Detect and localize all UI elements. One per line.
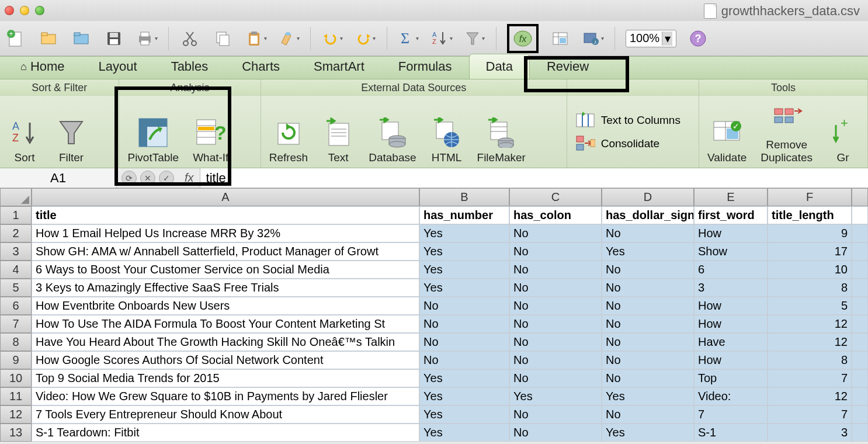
cell[interactable]: has_colon [509,206,602,224]
cell[interactable] [852,224,868,242]
cell[interactable] [852,369,868,387]
cell[interactable]: How To Use The AIDA Formula To Boost You… [32,315,419,333]
tab-review[interactable]: Review [530,54,606,79]
cell[interactable]: Yes [419,261,509,279]
new-button[interactable]: + [5,27,27,50]
copy-button[interactable] [212,27,234,50]
cell[interactable]: 7 [768,405,852,424]
cell[interactable]: No [509,351,602,369]
cell[interactable]: Have [694,333,768,351]
tab-home[interactable]: ⌂Home [4,54,82,79]
cell[interactable]: 3 Keys to Amazingly Effective SaaS Free … [32,279,419,297]
row-header[interactable]: 5 [0,279,32,297]
cell[interactable]: first_word [694,206,768,224]
cell[interactable]: Video: [694,387,768,405]
cell[interactable]: No [419,297,509,315]
cell[interactable]: How [694,315,768,333]
sort-az-button[interactable]: AZ [430,27,453,50]
cell[interactable] [852,206,868,224]
cell[interactable]: Yes [419,279,509,297]
cell[interactable]: Yes [419,369,509,387]
cell[interactable]: Top [694,369,768,387]
text-import-button[interactable]: Text [322,116,355,164]
print-button[interactable] [136,27,158,50]
zoom-control[interactable]: 100%▾ [626,30,676,47]
cell[interactable]: Yes [419,242,509,261]
cell[interactable]: No [509,369,602,387]
cell[interactable]: No [509,333,602,351]
cell[interactable] [852,242,868,261]
row-header[interactable]: 8 [0,333,32,351]
tab-charts[interactable]: Charts [225,54,297,79]
cell[interactable]: 8 [768,351,852,369]
cell[interactable]: How 1 Email Helped Us Increase MRR By 32… [32,224,419,242]
cell[interactable]: No [602,224,694,242]
cell[interactable]: No [419,315,509,333]
row-header[interactable]: 7 [0,315,32,333]
validate-button[interactable]: ✓Validate [707,116,747,164]
col-header[interactable]: E [694,188,768,206]
cell[interactable]: 12 [768,387,852,405]
cell[interactable] [852,333,868,351]
database-import-button[interactable]: Database [369,116,416,164]
cell[interactable] [852,279,868,297]
fx-icon[interactable]: fx [179,171,200,185]
cell[interactable]: No [602,405,694,424]
cell[interactable]: No [509,424,602,442]
text-to-columns-button[interactable]: Text to Columns [575,112,680,129]
chevron-down-icon[interactable]: ▾ [662,32,672,46]
cell[interactable]: Show GH: AMA w/ Annabell Satterfield, Pr… [32,242,419,261]
cell[interactable] [852,405,868,424]
cell[interactable]: 12 [768,333,852,351]
help-button[interactable]: ? [687,27,709,50]
col-header[interactable] [852,188,868,206]
tab-formulas[interactable]: Formulas [381,54,469,79]
pivottable-button[interactable]: PivotTable [127,116,179,164]
cell[interactable] [852,261,868,279]
format-painter-button[interactable] [277,27,300,50]
spreadsheet-grid[interactable]: A B C D E F 1 title has_number has_colon… [0,188,868,442]
cell[interactable]: 8 [768,279,852,297]
cell[interactable] [852,424,868,442]
row-header[interactable]: 2 [0,224,32,242]
tab-tables[interactable]: Tables [154,54,225,79]
cell[interactable]: 10 [768,261,852,279]
row-header[interactable]: 9 [0,351,32,369]
html-import-button[interactable]: HTML [430,116,463,164]
cell[interactable]: How [694,351,768,369]
cell[interactable]: How Eventbrite Onboards New Users [32,297,419,315]
cell[interactable]: 7 Tools Every Entrepreneur Should Know A… [32,405,419,424]
cell[interactable]: 3 [768,424,852,442]
row-header[interactable]: 13 [0,424,32,442]
filter-toolbar-button[interactable] [463,27,485,50]
cell[interactable]: 17 [768,242,852,261]
cell[interactable] [852,351,868,369]
cell[interactable]: No [419,351,509,369]
group-button[interactable]: +Gr [827,116,859,164]
col-header[interactable]: A [32,188,419,206]
cell[interactable]: No [602,351,694,369]
minimize-icon[interactable] [20,6,29,15]
cell[interactable]: How [694,297,768,315]
sort-button[interactable]: AZSort [8,116,41,164]
cell[interactable]: No [509,224,602,242]
cell[interactable]: 7 [768,369,852,387]
whatif-button[interactable]: ?What-If [193,116,228,164]
cell[interactable]: No [602,315,694,333]
cell[interactable]: 3 [694,279,768,297]
tab-smartart[interactable]: SmartArt [297,54,381,79]
cell[interactable]: No [509,315,602,333]
tab-layout[interactable]: Layout [82,54,154,79]
cell[interactable]: Show [694,242,768,261]
cell[interactable]: No [419,333,509,351]
show-formulas-button[interactable] [549,27,571,50]
name-box[interactable]: A1 [0,168,117,188]
cell[interactable]: Yes [602,242,694,261]
cell[interactable]: Yes [602,424,694,442]
fx-builder-button[interactable]: fx [512,27,534,50]
filter-button[interactable]: Filter [55,116,88,164]
refresh-button[interactable]: Refresh [269,116,308,164]
cell[interactable]: S-1 [694,424,768,442]
row-header[interactable]: 1 [0,206,32,224]
cell[interactable]: No [509,405,602,424]
